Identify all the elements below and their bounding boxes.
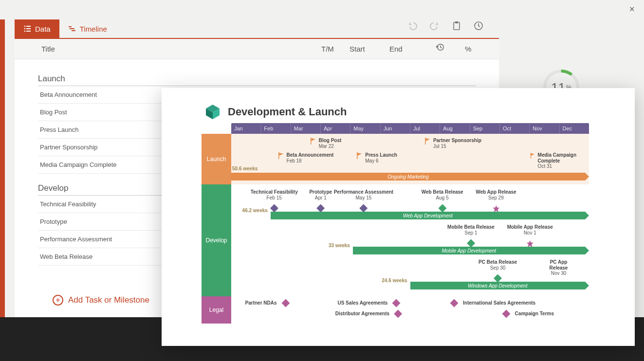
svg-rect-5 bbox=[26, 31, 31, 32]
task-bar: Windows App Development bbox=[410, 282, 586, 289]
month-cell: Jul bbox=[410, 123, 440, 134]
svg-rect-8 bbox=[72, 30, 75, 31]
svg-rect-18 bbox=[278, 152, 279, 159]
svg-rect-3 bbox=[26, 26, 31, 27]
month-cell: Feb bbox=[260, 123, 290, 134]
tab-data-label: Data bbox=[35, 25, 51, 33]
add-task-label: Add Task or Milestone bbox=[68, 295, 149, 305]
lane-label-legal: Legal bbox=[202, 296, 231, 324]
milestone: Web App ReleaseSep 29 bbox=[476, 189, 516, 212]
milestone: Partner SponsorshipJul 15 bbox=[424, 138, 481, 149]
plus-icon: + bbox=[53, 295, 63, 306]
tab-data[interactable]: Data bbox=[15, 19, 59, 38]
column-header: Title T/M Start End % bbox=[15, 39, 499, 59]
month-cell: Jun bbox=[380, 123, 410, 134]
timeline-chart: JanFebMarAprMayJunJulAugSepOctNovDec Lau… bbox=[202, 123, 589, 328]
month-cell: Jan bbox=[231, 123, 260, 134]
doc-title: Development & Launch bbox=[228, 106, 347, 118]
milestone: International Sales Agreements bbox=[451, 300, 535, 306]
milestone: PrototypeApr 1 bbox=[309, 189, 332, 211]
milestone: Blog PostMar 22 bbox=[310, 138, 342, 149]
svg-point-0 bbox=[24, 26, 26, 27]
milestone: Web Beta ReleaseAug 5 bbox=[422, 189, 463, 211]
svg-rect-4 bbox=[26, 28, 31, 29]
tab-timeline-label: Timeline bbox=[80, 25, 107, 33]
col-title: Title bbox=[41, 39, 55, 59]
col-start: Start bbox=[350, 39, 365, 59]
doc-logo-icon bbox=[204, 104, 221, 120]
svg-rect-9 bbox=[454, 22, 460, 30]
milestone: Campaign Terms bbox=[503, 311, 554, 317]
swimlane-launch: Launch Beta AnnouncementFeb 18Blog PostM… bbox=[202, 134, 589, 184]
task-bar: Ongoing Marketing bbox=[231, 173, 585, 180]
col-pct: % bbox=[465, 39, 471, 59]
month-cell: Nov bbox=[529, 123, 559, 134]
add-task-button[interactable]: + Add Task or Milestone bbox=[53, 295, 149, 306]
task-bar: Web App Development bbox=[271, 212, 585, 219]
svg-rect-21 bbox=[425, 138, 426, 144]
month-axis: JanFebMarAprMayJunJulAugSepOctNovDec bbox=[231, 123, 589, 134]
col-end: End bbox=[389, 39, 403, 59]
svg-rect-7 bbox=[70, 28, 74, 29]
timeline-document: Development & Launch JanFebMarAprMayJunJ… bbox=[162, 88, 635, 346]
swimlane-develop: Develop Technical FeasibilityFeb 15Proto… bbox=[202, 184, 589, 296]
milestone: Mobile App ReleaseNov 1 bbox=[507, 224, 553, 247]
duration-label: 46.2 weeks bbox=[242, 208, 268, 213]
lane-label-launch: Launch bbox=[202, 134, 231, 184]
milestone: Performance AssessmentMay 15 bbox=[334, 189, 393, 211]
swimlane-legal: Legal Partner NDAsUS Sales AgreementsInt… bbox=[202, 296, 589, 324]
svg-rect-20 bbox=[357, 152, 358, 159]
milestone: US Sales Agreements bbox=[337, 300, 399, 306]
close-icon[interactable]: ✕ bbox=[629, 5, 635, 14]
task-bar: Mobile App Development bbox=[353, 247, 585, 254]
tab-timeline[interactable]: Timeline bbox=[59, 19, 116, 38]
history-column-icon bbox=[436, 39, 444, 59]
undo-icon[interactable] bbox=[407, 21, 417, 32]
svg-point-1 bbox=[24, 28, 26, 30]
redo-icon[interactable] bbox=[430, 21, 440, 32]
month-cell: Oct bbox=[499, 123, 529, 134]
svg-rect-10 bbox=[455, 21, 458, 23]
milestone: Mobile Beta ReleaseSep 1 bbox=[447, 224, 495, 246]
svg-rect-22 bbox=[531, 153, 531, 159]
clipboard-icon[interactable] bbox=[452, 21, 461, 32]
svg-rect-6 bbox=[69, 26, 72, 27]
month-cell: Dec bbox=[559, 123, 589, 134]
month-cell: Aug bbox=[440, 123, 469, 134]
milestone: Beta AnnouncementFeb 18 bbox=[278, 152, 334, 163]
group-title[interactable]: Launch bbox=[38, 74, 476, 86]
duration-label: 24.6 weeks bbox=[382, 278, 407, 283]
svg-point-2 bbox=[24, 31, 26, 32]
milestone: Distributor Agreements bbox=[335, 311, 401, 317]
month-cell: Apr bbox=[320, 123, 350, 134]
month-cell: May bbox=[350, 123, 380, 134]
svg-rect-19 bbox=[311, 138, 312, 144]
toolbar bbox=[407, 21, 483, 32]
milestone: Media Campaign CompleteOct 31 bbox=[530, 152, 589, 169]
history-icon[interactable] bbox=[474, 21, 483, 32]
milestone: Press LaunchMay 6 bbox=[356, 152, 397, 163]
milestone: PC Beta ReleaseSep 30 bbox=[478, 259, 517, 281]
lane-label-develop: Develop bbox=[202, 184, 231, 296]
month-cell: Sep bbox=[470, 123, 499, 134]
view-tabs: Data Timeline bbox=[15, 19, 116, 38]
duration-label: 33 weeks bbox=[329, 243, 350, 248]
milestone: Partner NDAs bbox=[245, 300, 289, 306]
month-cell: Mar bbox=[291, 123, 320, 134]
accent-stripe bbox=[0, 19, 5, 317]
duration-label: 50.6 weeks bbox=[232, 166, 258, 171]
col-tm: T/M bbox=[321, 39, 334, 59]
